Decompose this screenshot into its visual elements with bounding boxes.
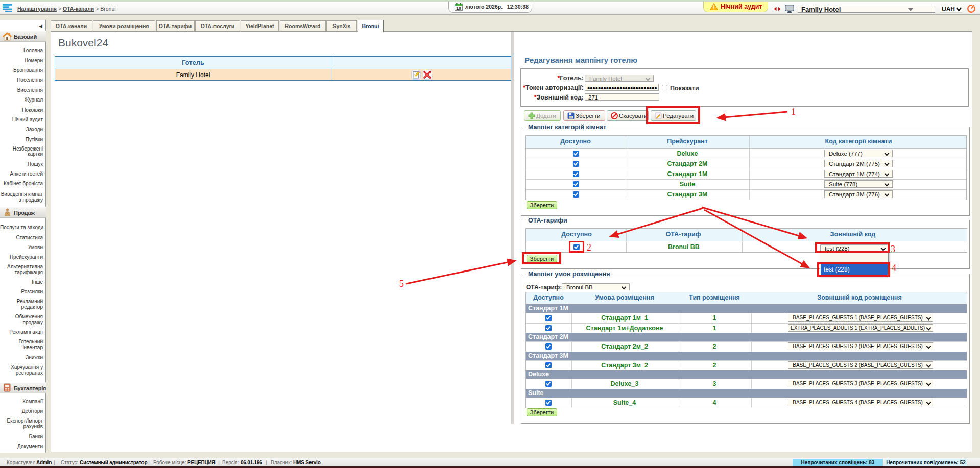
svg-text:!: ! [713, 5, 714, 10]
svg-text:10: 10 [456, 6, 461, 11]
